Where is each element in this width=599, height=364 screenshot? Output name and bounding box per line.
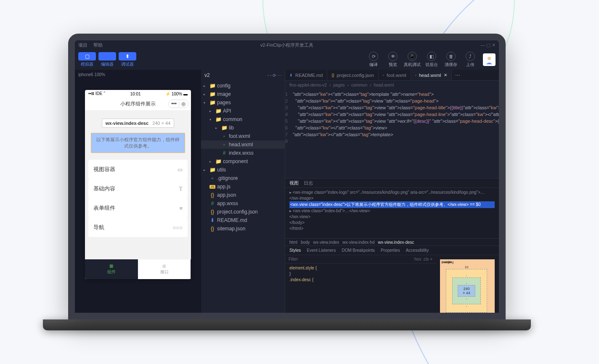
dom-panel[interactable]: ▸ <wx-image class="index-logo" src="../r…: [285, 188, 499, 238]
list-item[interactable]: 基础内容 𝕋: [88, 179, 188, 198]
styles-tab[interactable]: Accessibility: [406, 248, 429, 253]
devtools-tab[interactable]: 日志: [304, 180, 313, 186]
dom-crumb[interactable]: wx-view.index: [313, 240, 339, 245]
tree-arrow-icon: ▾: [204, 101, 208, 105]
mode-button[interactable]: 编辑器: [98, 52, 116, 67]
tree-item[interactable]: ▸ 📁 image: [201, 90, 285, 98]
explorer-actions[interactable]: ▫ ▫ ⟳ ⋯: [268, 73, 281, 78]
file-icon: {}: [209, 192, 215, 198]
tree-item[interactable]: ▫ .gitignore: [201, 174, 285, 182]
tree-item[interactable]: {} sitemap.json: [201, 224, 285, 233]
dom-crumb[interactable]: body: [301, 240, 310, 245]
editor-tab[interactable]: ▫ foot.wxml: [379, 70, 411, 80]
styles-tab[interactable]: Styles: [289, 248, 301, 253]
tree-item[interactable]: ▾ 📁 common: [201, 115, 285, 124]
avatar[interactable]: [483, 53, 496, 66]
dom-node[interactable]: </html>: [289, 226, 495, 232]
main-area: iphone6 100% ••𝐈𝐥 IDE ⌃ 10:01 ⚡ 100% ▬ 小…: [75, 70, 499, 313]
tree-item[interactable]: # app.wxss: [201, 199, 285, 208]
tabbar-item[interactable]: ◎ 接口: [138, 259, 191, 279]
tree-item[interactable]: {} app.json: [201, 191, 285, 199]
item-icon: ≡: [179, 205, 183, 211]
breadcrumb-item[interactable]: head.wxml: [374, 83, 394, 87]
breadcrumb-item[interactable]: pages: [333, 83, 345, 87]
menu-item[interactable]: 帮助: [93, 42, 103, 48]
breadcrumb-item[interactable]: common: [351, 83, 367, 87]
tree-item[interactable]: ▸ 📁 API: [201, 107, 285, 115]
list-item[interactable]: 视图容器 ▭: [88, 160, 188, 179]
dom-crumb[interactable]: html: [289, 240, 297, 245]
phone-nav-title: 小程序组件展示: [120, 100, 156, 108]
toolbar: ▢ 模拟器 编辑器 ⬍ 调试器 ⟳ 编译 👁 预览 📱 真机调试 ◧ 切后台 🗑…: [75, 50, 499, 70]
dom-node[interactable]: </wx-view>: [289, 214, 495, 220]
css-selector[interactable]: .index-desc {: [289, 277, 313, 283]
dom-crumb[interactable]: wx-view.index-hd: [342, 240, 374, 245]
tree-item[interactable]: # index.wxss: [201, 149, 285, 157]
box-model: margin 10 border - padding - 240 × 4: [436, 255, 499, 313]
close-icon[interactable]: ✕: [444, 73, 447, 77]
dom-crumb[interactable]: wx-view.index-desc: [378, 240, 414, 245]
tree-item[interactable]: ▸ 📁 component: [201, 157, 285, 166]
highlighted-element[interactable]: 以下将展示小程序官方组件能力，组件样式仅供参考。: [91, 133, 185, 153]
tree-item[interactable]: ▸ 📁 lib: [201, 124, 285, 132]
list-item[interactable]: 表单组件 ≡: [88, 198, 188, 218]
toolbar-action[interactable]: ◧ 切后台: [422, 52, 441, 68]
tree-arrow-icon: ▸: [209, 109, 214, 113]
toolbar-action[interactable]: 🗑 清缓存: [442, 52, 460, 68]
dom-node[interactable]: ▸ <wx-view class="index-bd">…</wx-view>: [289, 208, 495, 214]
styles-filter-input[interactable]: Filter: [289, 257, 298, 261]
inspector-tooltip: wx-view.index-desc 240 × 44: [102, 119, 175, 128]
tabbar-item[interactable]: ▦ 组件: [85, 259, 138, 279]
mode-button[interactable]: ⬍ 调试器: [119, 52, 136, 67]
styles-tab[interactable]: Properties: [381, 248, 400, 253]
file-icon: 📁: [215, 158, 221, 164]
styles-tab[interactable]: Event Listeners: [307, 248, 336, 253]
mode-button[interactable]: ▢ 模拟器: [78, 52, 96, 67]
file-icon: 📁: [221, 125, 227, 131]
file-tree: ▸ 📁 config ▸ 📁 image ▾ 📁 pages ▸ 📁 API ▾…: [201, 81, 285, 234]
tree-item[interactable]: ▫ head.wxml: [201, 140, 285, 149]
list-item[interactable]: 导航 ○○○: [88, 218, 188, 237]
styles-tab[interactable]: DOM Breakpoints: [342, 248, 375, 253]
svg-point-0: [488, 57, 491, 60]
dom-node[interactable]: ▸ <wx-image class="index-logo" src="../r…: [289, 190, 495, 201]
tree-arrow-icon: ▸: [204, 84, 208, 88]
editor-tab[interactable]: ▫ head.wxml ✕: [411, 70, 452, 80]
dom-breadcrumb[interactable]: htmlbodywx-view.indexwx-view.index-hdwx-…: [285, 238, 499, 246]
titlebar: 项目帮助 v2-FinClip小程序开发工具 — ▢ ✕: [75, 40, 499, 50]
file-icon: 📁: [215, 116, 221, 122]
tabs-more-icon[interactable]: ⋯: [452, 70, 464, 80]
file-icon: ▫: [221, 133, 227, 139]
phone-tabbar: ▦ 组件 ◎ 接口: [85, 259, 191, 279]
editor-tab[interactable]: ⬇ README.md: [285, 70, 327, 80]
styles-panel[interactable]: Filter :hov .cls + element.style {}.inde…: [285, 255, 436, 313]
dom-node[interactable]: </body>: [289, 220, 495, 226]
menu-item[interactable]: 项目: [78, 42, 87, 48]
window-controls[interactable]: — ▢ ✕: [480, 42, 496, 48]
tree-item[interactable]: ▾ 📁 pages: [201, 98, 285, 107]
dom-node-selected[interactable]: <wx-view class="index-desc">以下将展示小程序官方组件…: [289, 201, 495, 208]
breadcrumb-item[interactable]: fino-applet-demo-v2: [289, 83, 327, 87]
code-editor[interactable]: 12345678 "attr">class="kw"><"attr">class…: [285, 89, 499, 178]
tree-item[interactable]: ⬇ README.md: [201, 216, 285, 224]
laptop-base: [43, 319, 531, 330]
devtools-tab[interactable]: 视图: [289, 180, 299, 186]
file-icon: 📁: [215, 108, 221, 114]
tree-item[interactable]: ▸ 📁 utils: [201, 166, 285, 174]
editor-tab[interactable]: {} project.config.json: [327, 70, 379, 80]
toolbar-action[interactable]: 👁 预览: [384, 52, 402, 68]
tabbar-icon: ◎: [162, 264, 166, 268]
tree-item[interactable]: ▸ 📁 config: [201, 82, 285, 90]
toolbar-action[interactable]: 📱 真机调试: [403, 52, 421, 68]
tree-item[interactable]: {} project.config.json: [201, 208, 285, 216]
close-icon: ◎: [181, 101, 186, 107]
tree-item[interactable]: ▫ foot.wxml: [201, 132, 285, 140]
styles-filter-tools[interactable]: :hov .cls +: [413, 257, 432, 261]
phone-simulator[interactable]: ••𝐈𝐥 IDE ⌃ 10:01 ⚡ 100% ▬ 小程序组件展示 ••• | …: [85, 90, 191, 279]
tree-item[interactable]: JS app.js: [201, 182, 285, 191]
toolbar-action[interactable]: ⟳ 编译: [364, 52, 383, 68]
toolbar-action[interactable]: ⤴ 上传: [461, 52, 480, 68]
css-selector[interactable]: element.style {: [289, 265, 317, 271]
file-icon: {}: [209, 226, 215, 232]
capsule-button[interactable]: ••• | ◎: [168, 100, 188, 108]
